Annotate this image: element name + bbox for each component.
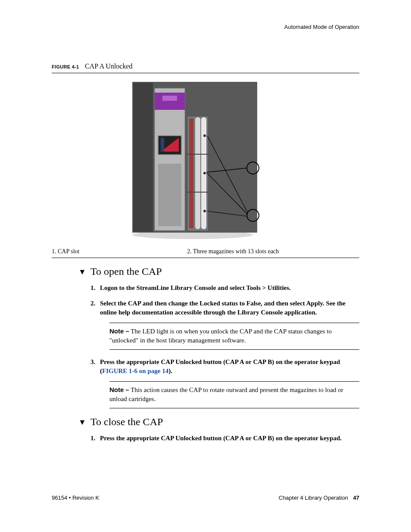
- step-text: Press the appropriate CAP Unlocked butto…: [100, 435, 342, 442]
- svg-point-18: [203, 210, 206, 212]
- step-text: Select the CAP and then change the Locke…: [100, 300, 346, 315]
- triangle-marker-icon: ▼: [78, 268, 86, 277]
- figure-bottom-rule: [52, 258, 359, 258]
- triangle-marker-icon: ▼: [78, 418, 86, 427]
- footer-doc-id: 96154 • Revision K: [52, 495, 99, 501]
- step-number: 1.: [90, 434, 95, 442]
- step-text: Logon to the StreamLine Library Console …: [100, 284, 291, 291]
- svg-rect-2: [133, 83, 153, 232]
- cap-unlocked-illustration: [115, 78, 296, 241]
- heading-open-cap: ▼ To open the CAP: [90, 266, 359, 277]
- legend-magazines: 2. Three magazines with 13 slots each: [187, 248, 359, 255]
- step-text-suffix: ).: [168, 367, 172, 374]
- open-step-1: 1. Logon to the StreamLine Library Conso…: [90, 283, 359, 292]
- svg-rect-4: [155, 93, 185, 110]
- figure-link[interactable]: FIGURE 1-6 on page 14: [102, 367, 168, 374]
- step-number: 1.: [90, 283, 95, 292]
- svg-point-17: [203, 172, 206, 174]
- heading-open-cap-text: To open the CAP: [90, 266, 162, 277]
- footer-chapter: Chapter 4 Library Operation: [279, 495, 348, 501]
- figure-title: CAP A Unlocked: [85, 62, 133, 70]
- note-text: The LED light is on when you unlock the …: [109, 328, 332, 344]
- close-step-1: 1. Press the appropriate CAP Unlocked bu…: [90, 434, 359, 442]
- svg-rect-12: [195, 117, 200, 229]
- open-step-2: 2. Select the CAP and then change the Lo…: [90, 299, 359, 350]
- note-box-1: Note – The LED light is on when you unlo…: [109, 323, 359, 350]
- step-number: 3.: [90, 358, 95, 366]
- svg-rect-8: [161, 138, 164, 152]
- figure-caption: FIGURE 4-1 CAP A Unlocked: [52, 62, 359, 70]
- note-text: This action causes the CAP to rotate out…: [109, 386, 343, 402]
- open-step-3: 3. Press the appropriate CAP Unlocked bu…: [90, 358, 359, 408]
- page-footer: 96154 • Revision K Chapter 4 Library Ope…: [52, 495, 359, 501]
- svg-rect-11: [189, 118, 193, 228]
- footer-page-number: 47: [353, 495, 359, 501]
- svg-rect-9: [158, 164, 181, 226]
- legend-cap-slot: 1. CAP slot: [52, 248, 187, 255]
- figure-label: FIGURE 4-1: [52, 64, 79, 69]
- note-label: Note –: [109, 386, 129, 393]
- svg-rect-5: [162, 96, 177, 101]
- figure-image: [52, 73, 359, 246]
- heading-close-cap: ▼ To close the CAP: [90, 416, 359, 428]
- svg-point-16: [203, 134, 206, 137]
- page-header: Automated Mode of Operation: [52, 24, 359, 30]
- note-label: Note –: [109, 327, 129, 335]
- figure-legend: 1. CAP slot 2. Three magazines with 13 s…: [52, 246, 359, 258]
- note-box-2: Note – This action causes the CAP to rot…: [109, 381, 359, 409]
- step-number: 2.: [90, 299, 95, 308]
- heading-close-cap-text: To close the CAP: [90, 416, 163, 427]
